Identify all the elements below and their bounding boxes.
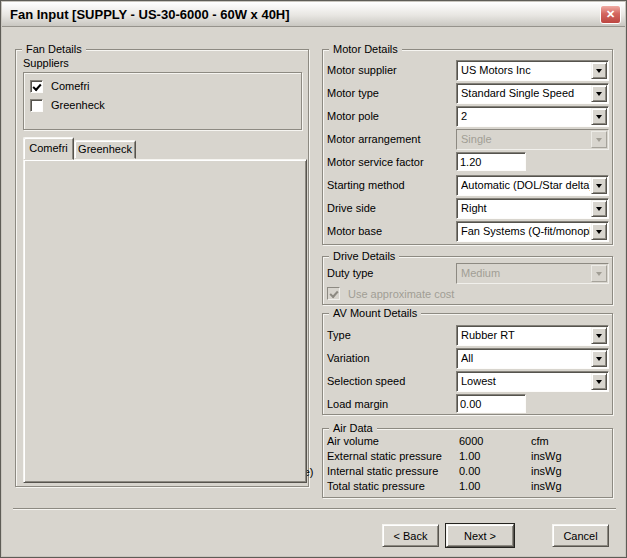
dropdown-arrow-icon (591, 131, 607, 148)
selection-speed-label: Selection speed (327, 375, 405, 388)
motor-service-factor-input[interactable] (456, 152, 526, 171)
internal-static-pressure-value: 0.00 (459, 465, 480, 478)
variation-value: All (461, 352, 590, 365)
starting-method-label: Starting method (327, 179, 405, 192)
internal-static-pressure-unit: insWg (531, 465, 562, 478)
variation-label: Variation (327, 352, 370, 365)
comefri-tab-panel (23, 159, 307, 483)
dropdown-arrow-icon[interactable] (591, 108, 607, 125)
use-approximate-cost-checkbox (327, 287, 340, 300)
suppliers-label: Suppliers (23, 57, 69, 70)
dropdown-arrow-icon[interactable] (591, 350, 607, 367)
external-static-pressure-label: External static pressure (327, 450, 442, 463)
motor-type-combo[interactable]: Standard Single Speed (456, 83, 609, 104)
starting-method-value: Automatic (DOL/Star delta) (461, 179, 590, 192)
use-approximate-cost-label: Use approximate cost (348, 288, 454, 301)
window-title: Fan Input [SUPPLY - US-30-6000 - 60W x 4… (10, 7, 290, 22)
back-button-label: < Back (394, 530, 428, 542)
motor-type-label: Motor type (327, 87, 379, 100)
tab-comefri[interactable]: Comefri (23, 137, 74, 160)
greenheck-supplier-checkbox[interactable] (30, 99, 43, 112)
selection-speed-value: Lowest (461, 375, 590, 388)
close-button[interactable]: ✕ (600, 5, 621, 24)
load-margin-input[interactable] (456, 394, 526, 413)
motor-details-group-title: Motor Details (329, 43, 402, 56)
tab-greenheck-label: Greenheck (78, 143, 132, 158)
tab-greenheck[interactable]: Greenheck (74, 140, 136, 159)
air-volume-unit: cfm (531, 435, 549, 448)
motor-service-factor-label: Motor service factor (327, 156, 424, 169)
motor-pole-combo[interactable]: 2 (456, 106, 609, 127)
tab-comefri-label: Comefri (29, 142, 68, 159)
cancel-button[interactable]: Cancel (552, 524, 609, 547)
dropdown-arrow-icon[interactable] (591, 85, 607, 102)
comefri-supplier-label: Comefri (51, 80, 90, 93)
motor-type-value: Standard Single Speed (461, 87, 590, 100)
drive-details-group-title: Drive Details (329, 250, 399, 263)
duty-type-value: Medium (461, 267, 590, 280)
motor-supplier-combo[interactable]: US Motors Inc (456, 60, 609, 81)
close-icon: ✕ (606, 8, 615, 21)
fan-input-dialog: Fan Input [SUPPLY - US-30-6000 - 60W x 4… (0, 0, 627, 558)
cancel-button-label: Cancel (563, 530, 597, 542)
greenheck-supplier-label: Greenheck (51, 99, 105, 112)
av-type-combo[interactable]: Rubber RT (456, 325, 609, 346)
selection-speed-combo[interactable]: Lowest (456, 371, 609, 392)
title-bar[interactable]: Fan Input [SUPPLY - US-30-6000 - 60W x 4… (2, 2, 625, 27)
load-margin-label: Load margin (327, 398, 388, 411)
av-type-label: Type (327, 329, 351, 342)
dropdown-arrow-icon[interactable] (591, 327, 607, 344)
total-static-pressure-unit: insWg (531, 480, 562, 493)
motor-arrangement-value: Single (461, 133, 590, 146)
total-static-pressure-value: 1.00 (459, 480, 480, 493)
motor-arrangement-label: Motor arrangement (327, 133, 421, 146)
drive-side-label: Drive side (327, 202, 376, 215)
internal-static-pressure-label: Internal static pressure (327, 465, 438, 478)
motor-arrangement-combo: Single (456, 129, 609, 150)
variation-combo[interactable]: All (456, 348, 609, 369)
comefri-supplier-checkbox[interactable] (30, 80, 43, 93)
dropdown-arrow-icon (591, 265, 607, 282)
dropdown-arrow-icon[interactable] (591, 223, 607, 240)
bottom-divider (13, 508, 616, 510)
av-mount-details-group-title: AV Mount Details (329, 307, 421, 320)
total-static-pressure-label: Total static pressure (327, 480, 425, 493)
drive-side-value: Right (461, 202, 590, 215)
motor-supplier-label: Motor supplier (327, 64, 397, 77)
fan-details-group-title: Fan Details (22, 43, 86, 56)
dropdown-arrow-icon[interactable] (591, 177, 607, 194)
next-button[interactable]: Next > (446, 524, 514, 547)
duty-type-combo: Medium (456, 263, 609, 284)
back-button[interactable]: < Back (382, 524, 439, 547)
duty-type-label: Duty type (327, 267, 373, 280)
next-button-label: Next > (464, 530, 496, 542)
dropdown-arrow-icon[interactable] (591, 62, 607, 79)
motor-base-label: Motor base (327, 225, 382, 238)
external-static-pressure-value: 1.00 (459, 450, 480, 463)
motor-base-value: Fan Systems (Q-fit/monopla (461, 225, 590, 238)
drive-side-combo[interactable]: Right (456, 198, 609, 219)
motor-base-combo[interactable]: Fan Systems (Q-fit/monopla (456, 221, 609, 242)
motor-pole-value: 2 (461, 110, 590, 123)
av-type-value: Rubber RT (461, 329, 590, 342)
dropdown-arrow-icon[interactable] (591, 200, 607, 217)
motor-pole-label: Motor pole (327, 110, 379, 123)
external-static-pressure-unit: insWg (531, 450, 562, 463)
starting-method-combo[interactable]: Automatic (DOL/Star delta) (456, 175, 609, 196)
air-data-group-title: Air Data (329, 422, 377, 435)
dropdown-arrow-icon[interactable] (591, 373, 607, 390)
air-volume-value: 6000 (459, 435, 483, 448)
air-volume-label: Air volume (327, 435, 379, 448)
motor-supplier-value: US Motors Inc (461, 64, 590, 77)
